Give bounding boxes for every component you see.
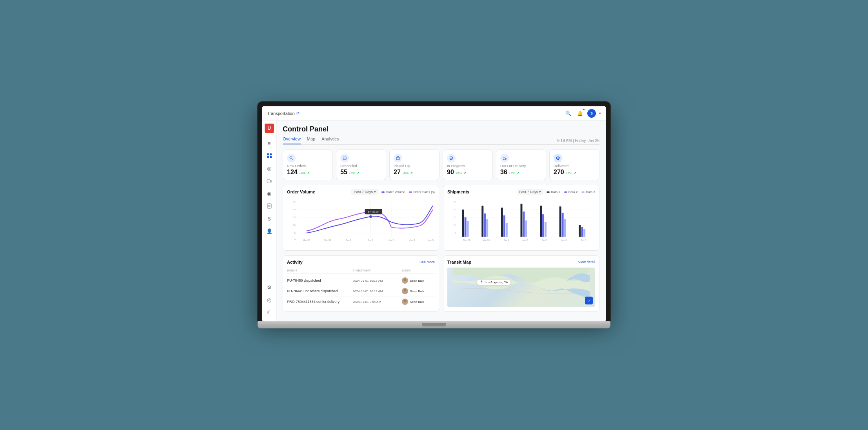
out-delivery-trend: ↗ [517,171,519,175]
svg-rect-74 [583,229,585,237]
delivered-trend: ↗ [574,171,576,175]
legend-order-sales: Order Sales ($) [409,190,435,194]
laptop-notch [422,323,446,326]
shipments-filter-chevron: ▾ [539,190,541,194]
user-1: Sean Baik [402,288,435,294]
shipments-title: Shipments [447,189,469,194]
sidebar-item-settings[interactable]: ⚙ [264,282,275,293]
svg-rect-3 [270,156,272,158]
scheduled-trend: ↗ [357,171,360,175]
sidebar-item-dashboard[interactable] [264,150,275,161]
svg-rect-56 [467,221,469,237]
scheduled-value: 55 +8% ↗ [340,169,382,176]
user-chevron[interactable]: ▾ [599,111,601,115]
svg-point-34 [369,215,372,218]
svg-text:20: 20 [293,208,296,211]
shipments-svg: 25 20 15 10 5 [447,198,595,245]
stat-out-delivery: Out For Delivery 36 +8% ↗ [496,149,546,180]
laptop: Transportation ⟳ 🔍 🔔 S ▾ [258,102,610,328]
scheduled-icon [340,154,349,162]
svg-text:Apr 2: Apr 2 [522,239,528,241]
sidebar-bottom: ⚙ ◎ ☾ [264,282,275,318]
scheduled-label: Scheduled [340,164,382,168]
tab-analytics[interactable]: Analytics [321,137,339,144]
svg-text:15: 15 [453,216,456,219]
sidebar-item-dark-mode[interactable]: ☾ [264,307,275,318]
order-volume-svg: 25 20 15 10 5 0 [287,198,435,245]
svg-text:Apr 5: Apr 5 [581,239,587,241]
top-bar-actions: 🔍 🔔 S ▾ [564,109,601,118]
svg-rect-70 [562,213,564,237]
view-detail-link[interactable]: View detail [578,260,595,264]
svg-text:Mar 30: Mar 30 [303,239,310,241]
svg-text:Apr 1: Apr 1 [346,239,352,241]
tab-map[interactable]: Map [307,137,315,144]
activity-card: Activity See more EVENT TIMESTAMP USER P… [283,255,439,312]
top-bar: Transportation ⟳ 🔍 🔔 S ▾ [262,106,606,120]
stat-picked-up: Picked Up 27 +8% ↗ [389,149,439,180]
svg-text:25: 25 [293,201,296,203]
svg-text:5: 5 [455,232,456,234]
in-progress-value: 90 +8% ↗ [447,169,488,176]
svg-rect-55 [465,217,467,237]
svg-point-18 [503,159,504,160]
svg-point-17 [450,157,453,160]
picked-up-trend: ↗ [410,171,413,175]
svg-text:10: 10 [293,224,296,226]
sidebar-item-menu[interactable]: ≡ [264,138,275,149]
notification-icon[interactable]: 🔔 [576,109,584,118]
sidebar-item-transport[interactable] [264,175,275,186]
reports-icon [267,203,272,209]
legend-dot-data3 [581,191,585,193]
avatar-0 [402,277,408,284]
svg-text:Mar 31: Mar 31 [483,239,490,241]
tab-overview[interactable]: Overview [283,137,301,144]
user-avatar[interactable]: S [587,109,596,118]
map-expand-button[interactable]: ↗ [585,297,593,304]
timestamp-0: 2024-01-01 10:15 AM [353,279,402,282]
svg-point-83 [404,279,406,281]
bottom-row: Activity See more EVENT TIMESTAMP USER P… [283,255,599,312]
svg-rect-69 [559,207,561,237]
sidebar-item-reports[interactable] [264,200,275,211]
search-icon[interactable]: 🔍 [564,109,572,118]
see-more-link[interactable]: See more [419,260,435,264]
out-delivery-label: Out For Delivery [500,164,542,168]
map-pin: 📍 Los Angeles, CA [477,279,510,285]
sidebar-item-tracking[interactable]: ◎ [264,163,275,174]
shipments-filter[interactable]: Past 7 Days ▾ [517,189,544,195]
delivered-label: Delivered [554,164,595,168]
legend-dot-data1 [547,191,550,193]
out-delivery-icon [500,154,509,162]
stats-row: New Orders 124 +8% ↗ [283,149,599,180]
sidebar-item-routing[interactable]: ◉ [264,188,275,199]
sidebar-item-billing[interactable]: $ [264,213,275,224]
sidebar-item-help[interactable]: ◎ [264,295,275,306]
col-event: EVENT [287,269,353,272]
picked-up-icon [394,154,402,162]
map-svg [447,268,595,307]
refresh-icon[interactable]: ⟳ [296,111,300,115]
avatar-2 [402,299,408,305]
new-orders-icon [287,154,296,162]
svg-line-11 [292,159,293,160]
svg-rect-58 [484,213,486,237]
svg-text:Apr 5: Apr 5 [428,239,434,241]
out-delivery-value: 36 +8% ↗ [500,169,542,176]
svg-rect-68 [545,222,547,237]
legend-dot-data2 [564,191,567,193]
svg-point-10 [290,157,292,159]
svg-point-87 [404,300,406,302]
app: Transportation ⟳ 🔍 🔔 S ▾ [262,106,606,321]
activity-header: Activity See more [287,260,435,264]
svg-text:Apr 3: Apr 3 [542,239,548,241]
user-0: Sean Baik [402,277,435,284]
legend-order-volume: Order Volume [381,190,405,194]
sidebar-item-users[interactable]: 👤 [264,226,275,237]
datetime-display: 9:19 AM | Friday, Jan 26 [557,138,599,143]
map-content: 📍 Los Angeles, CA ↗ [447,268,595,307]
order-volume-filter[interactable]: Past 7 Days ▾ [351,189,378,195]
shipments-card: Shipments Past 7 Days ▾ [443,185,599,251]
legend-data1: Data 1 [547,190,560,194]
main-layout: U ≡ ◎ [262,120,606,321]
